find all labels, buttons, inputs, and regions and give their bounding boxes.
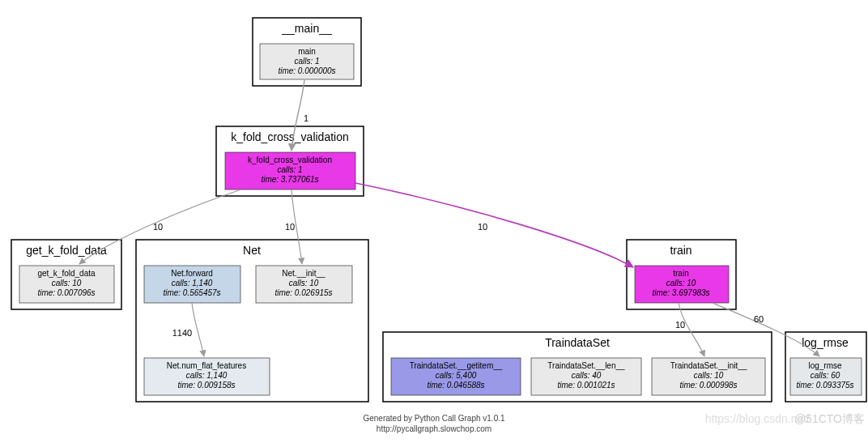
node-netnumflat-calls: calls: 1,140	[186, 371, 228, 380]
module-getkfold-title: get_k_fold_data	[26, 244, 107, 257]
node-logrmse: log_rmse calls: 60 time: 0.093375s	[790, 358, 862, 395]
edge-kfold-train-label: 10	[478, 222, 487, 232]
node-tdsgetitem-time: time: 0.046588s	[427, 381, 484, 390]
node-tdsinit: TraindataSet.__init__ calls: 10 time: 0.…	[652, 358, 765, 395]
node-netinit: Net.__init__ calls: 10 time: 0.026915s	[256, 266, 352, 303]
edge-train-log-label: 60	[754, 314, 764, 324]
node-tdsinit-name: TraindataSet.__init__	[670, 361, 747, 370]
edge-train-tds: 10	[675, 303, 704, 356]
node-netinit-time: time: 0.026915s	[274, 288, 332, 297]
module-logrmse-title: log_rmse	[802, 336, 849, 349]
edge-kfold-net-label: 10	[285, 222, 295, 232]
node-tdsinit-calls: calls: 10	[694, 371, 724, 380]
module-trainds: TraindataSet TraindataSet.__getitem__ ca…	[383, 332, 772, 402]
node-netforward-name: Net.forward	[171, 269, 213, 278]
node-kfoldcv: k_fold_cross_validation calls: 1 time: 3…	[225, 152, 355, 190]
edge-main-kfold-label: 1	[304, 113, 308, 123]
node-tdslen: TraindataSet.__len__ calls: 40 time: 0.0…	[531, 358, 641, 395]
call-graph: __main__ main calls: 1 time: 0.000000s k…	[0, 0, 868, 443]
module-train: train train calls: 10 time: 3.697983s	[627, 240, 736, 309]
module-main-title: __main__	[281, 22, 332, 35]
module-trainds-title: TraindataSet	[545, 336, 610, 349]
node-netinit-calls: calls: 10	[289, 279, 319, 288]
module-main: __main__ main calls: 1 time: 0.000000s	[253, 18, 361, 86]
module-logrmse: log_rmse log_rmse calls: 60 time: 0.0933…	[785, 332, 866, 402]
node-kfoldcv-calls: calls: 1	[277, 165, 302, 174]
edge-kfold-train: 10	[355, 183, 633, 267]
node-tdsinit-time: time: 0.000998s	[679, 381, 737, 390]
node-main: main calls: 1 time: 0.000000s	[260, 44, 354, 79]
node-kfoldcv-time: time: 3.737061s	[261, 175, 318, 184]
node-main-time: time: 0.000000s	[278, 66, 335, 75]
module-kfold: k_fold_cross_validation k_fold_cross_val…	[216, 126, 364, 196]
node-trainfn: train calls: 10 time: 3.697983s	[635, 266, 729, 303]
node-netnumflat-name: Net.num_flat_features	[167, 361, 246, 370]
module-net-title: Net	[243, 244, 261, 257]
node-tdsgetitem-name: TraindataSet.__getitem__	[410, 361, 503, 370]
node-logrmse-time: time: 0.093375s	[796, 381, 853, 390]
module-train-title: train	[670, 244, 691, 257]
node-kfoldcv-name: k_fold_cross_validation	[248, 155, 332, 164]
node-getkfold-name: get_k_fold_data	[37, 269, 96, 278]
watermark-51cto: @51CTO博客	[794, 412, 865, 425]
node-getkfold: get_k_fold_data calls: 10 time: 0.007096…	[19, 266, 114, 303]
node-netnumflat: Net.num_flat_features calls: 1,140 time:…	[144, 358, 270, 395]
node-netforward: Net.forward calls: 1,140 time: 0.565457s	[144, 266, 240, 303]
node-tdsgetitem-calls: calls: 5,400	[436, 371, 477, 380]
node-getkfold-calls: calls: 10	[52, 279, 82, 288]
edge-netfw-flat: 1140	[172, 303, 204, 356]
node-tdslen-time: time: 0.001021s	[557, 381, 615, 390]
node-main-name: main	[298, 47, 316, 56]
node-netinit-name: Net.__init__	[282, 269, 326, 278]
node-trainfn-time: time: 3.697983s	[652, 288, 709, 297]
edge-kfold-net: 10	[285, 190, 302, 264]
node-getkfold-time: time: 0.007096s	[37, 288, 95, 297]
node-trainfn-name: train	[673, 269, 688, 278]
node-main-calls: calls: 1	[294, 57, 319, 66]
edge-kfold-getk-label: 10	[153, 222, 163, 232]
node-netforward-calls: calls: 1,140	[172, 279, 213, 288]
node-netforward-time: time: 0.565457s	[163, 288, 220, 297]
node-logrmse-name: log_rmse	[808, 361, 842, 370]
edge-netfw-flat-label: 1140	[172, 328, 192, 338]
node-tdslen-calls: calls: 40	[572, 371, 602, 380]
footer-line2: http://pycallgraph.slowchop.com	[377, 424, 491, 433]
node-logrmse-calls: calls: 60	[811, 371, 840, 380]
edge-train-tds-label: 10	[675, 320, 685, 330]
module-getkfold: get_k_fold_data get_k_fold_data calls: 1…	[11, 240, 121, 309]
footer-line1: Generated by Python Call Graph v1.0.1	[363, 414, 505, 423]
node-trainfn-calls: calls: 10	[666, 279, 696, 288]
node-netnumflat-time: time: 0.009158s	[177, 381, 235, 390]
module-net: Net Net.forward calls: 1,140 time: 0.565…	[136, 240, 368, 402]
node-tdsgetitem: TraindataSet.__getitem__ calls: 5,400 ti…	[391, 358, 521, 395]
node-tdslen-name: TraindataSet.__len__	[547, 361, 625, 370]
module-kfold-title: k_fold_cross_validation	[231, 130, 349, 143]
